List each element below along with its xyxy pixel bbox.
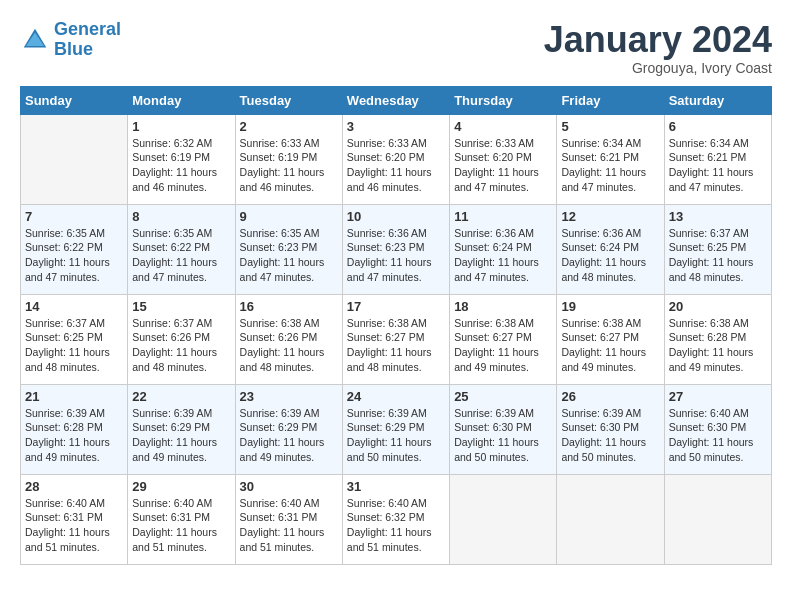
day-info: Sunrise: 6:39 AM Sunset: 6:29 PM Dayligh… (240, 406, 338, 465)
day-number: 5 (561, 119, 659, 134)
day-info: Sunrise: 6:34 AM Sunset: 6:21 PM Dayligh… (561, 136, 659, 195)
calendar-cell: 4Sunrise: 6:33 AM Sunset: 6:20 PM Daylig… (450, 114, 557, 204)
month-title: January 2024 (544, 20, 772, 60)
calendar-cell: 18Sunrise: 6:38 AM Sunset: 6:27 PM Dayli… (450, 294, 557, 384)
day-info: Sunrise: 6:37 AM Sunset: 6:25 PM Dayligh… (25, 316, 123, 375)
page-header: General Blue January 2024 Grogouya, Ivor… (20, 20, 772, 76)
calendar-cell: 24Sunrise: 6:39 AM Sunset: 6:29 PM Dayli… (342, 384, 449, 474)
calendar-cell: 19Sunrise: 6:38 AM Sunset: 6:27 PM Dayli… (557, 294, 664, 384)
calendar-cell: 20Sunrise: 6:38 AM Sunset: 6:28 PM Dayli… (664, 294, 771, 384)
day-info: Sunrise: 6:35 AM Sunset: 6:23 PM Dayligh… (240, 226, 338, 285)
day-info: Sunrise: 6:38 AM Sunset: 6:26 PM Dayligh… (240, 316, 338, 375)
day-info: Sunrise: 6:38 AM Sunset: 6:27 PM Dayligh… (561, 316, 659, 375)
calendar-cell: 30Sunrise: 6:40 AM Sunset: 6:31 PM Dayli… (235, 474, 342, 564)
day-number: 16 (240, 299, 338, 314)
calendar-week-row: 28Sunrise: 6:40 AM Sunset: 6:31 PM Dayli… (21, 474, 772, 564)
calendar-cell: 16Sunrise: 6:38 AM Sunset: 6:26 PM Dayli… (235, 294, 342, 384)
calendar-cell: 28Sunrise: 6:40 AM Sunset: 6:31 PM Dayli… (21, 474, 128, 564)
weekday-header: Sunday (21, 86, 128, 114)
calendar-cell: 17Sunrise: 6:38 AM Sunset: 6:27 PM Dayli… (342, 294, 449, 384)
logo: General Blue (20, 20, 121, 60)
day-info: Sunrise: 6:39 AM Sunset: 6:30 PM Dayligh… (454, 406, 552, 465)
day-info: Sunrise: 6:40 AM Sunset: 6:31 PM Dayligh… (240, 496, 338, 555)
day-info: Sunrise: 6:39 AM Sunset: 6:28 PM Dayligh… (25, 406, 123, 465)
day-number: 14 (25, 299, 123, 314)
day-info: Sunrise: 6:40 AM Sunset: 6:32 PM Dayligh… (347, 496, 445, 555)
weekday-header: Thursday (450, 86, 557, 114)
day-number: 21 (25, 389, 123, 404)
day-number: 20 (669, 299, 767, 314)
day-info: Sunrise: 6:38 AM Sunset: 6:28 PM Dayligh… (669, 316, 767, 375)
day-number: 28 (25, 479, 123, 494)
calendar-cell: 31Sunrise: 6:40 AM Sunset: 6:32 PM Dayli… (342, 474, 449, 564)
day-info: Sunrise: 6:33 AM Sunset: 6:20 PM Dayligh… (454, 136, 552, 195)
calendar-cell: 15Sunrise: 6:37 AM Sunset: 6:26 PM Dayli… (128, 294, 235, 384)
day-info: Sunrise: 6:39 AM Sunset: 6:30 PM Dayligh… (561, 406, 659, 465)
day-number: 30 (240, 479, 338, 494)
calendar-cell: 25Sunrise: 6:39 AM Sunset: 6:30 PM Dayli… (450, 384, 557, 474)
calendar-cell: 8Sunrise: 6:35 AM Sunset: 6:22 PM Daylig… (128, 204, 235, 294)
calendar-cell: 12Sunrise: 6:36 AM Sunset: 6:24 PM Dayli… (557, 204, 664, 294)
calendar-cell: 10Sunrise: 6:36 AM Sunset: 6:23 PM Dayli… (342, 204, 449, 294)
day-number: 3 (347, 119, 445, 134)
calendar-cell: 29Sunrise: 6:40 AM Sunset: 6:31 PM Dayli… (128, 474, 235, 564)
day-info: Sunrise: 6:36 AM Sunset: 6:23 PM Dayligh… (347, 226, 445, 285)
calendar-cell: 26Sunrise: 6:39 AM Sunset: 6:30 PM Dayli… (557, 384, 664, 474)
calendar-week-row: 21Sunrise: 6:39 AM Sunset: 6:28 PM Dayli… (21, 384, 772, 474)
logo-blue: Blue (54, 39, 93, 59)
day-info: Sunrise: 6:39 AM Sunset: 6:29 PM Dayligh… (132, 406, 230, 465)
day-number: 29 (132, 479, 230, 494)
calendar-week-row: 7Sunrise: 6:35 AM Sunset: 6:22 PM Daylig… (21, 204, 772, 294)
calendar-cell: 23Sunrise: 6:39 AM Sunset: 6:29 PM Dayli… (235, 384, 342, 474)
day-number: 9 (240, 209, 338, 224)
day-info: Sunrise: 6:37 AM Sunset: 6:25 PM Dayligh… (669, 226, 767, 285)
day-number: 26 (561, 389, 659, 404)
day-number: 4 (454, 119, 552, 134)
logo-general: General (54, 19, 121, 39)
day-number: 31 (347, 479, 445, 494)
day-number: 15 (132, 299, 230, 314)
day-number: 22 (132, 389, 230, 404)
day-info: Sunrise: 6:35 AM Sunset: 6:22 PM Dayligh… (25, 226, 123, 285)
day-number: 7 (25, 209, 123, 224)
day-info: Sunrise: 6:36 AM Sunset: 6:24 PM Dayligh… (561, 226, 659, 285)
calendar-week-row: 14Sunrise: 6:37 AM Sunset: 6:25 PM Dayli… (21, 294, 772, 384)
day-info: Sunrise: 6:32 AM Sunset: 6:19 PM Dayligh… (132, 136, 230, 195)
day-number: 12 (561, 209, 659, 224)
calendar-cell: 11Sunrise: 6:36 AM Sunset: 6:24 PM Dayli… (450, 204, 557, 294)
day-info: Sunrise: 6:37 AM Sunset: 6:26 PM Dayligh… (132, 316, 230, 375)
day-info: Sunrise: 6:36 AM Sunset: 6:24 PM Dayligh… (454, 226, 552, 285)
calendar-cell: 14Sunrise: 6:37 AM Sunset: 6:25 PM Dayli… (21, 294, 128, 384)
logo-text: General Blue (54, 20, 121, 60)
day-info: Sunrise: 6:33 AM Sunset: 6:20 PM Dayligh… (347, 136, 445, 195)
day-number: 1 (132, 119, 230, 134)
day-number: 6 (669, 119, 767, 134)
day-info: Sunrise: 6:40 AM Sunset: 6:31 PM Dayligh… (132, 496, 230, 555)
day-info: Sunrise: 6:38 AM Sunset: 6:27 PM Dayligh… (347, 316, 445, 375)
day-number: 8 (132, 209, 230, 224)
calendar-cell: 2Sunrise: 6:33 AM Sunset: 6:19 PM Daylig… (235, 114, 342, 204)
header-row: SundayMondayTuesdayWednesdayThursdayFrid… (21, 86, 772, 114)
calendar-cell (664, 474, 771, 564)
calendar-cell: 9Sunrise: 6:35 AM Sunset: 6:23 PM Daylig… (235, 204, 342, 294)
calendar-week-row: 1Sunrise: 6:32 AM Sunset: 6:19 PM Daylig… (21, 114, 772, 204)
day-info: Sunrise: 6:40 AM Sunset: 6:30 PM Dayligh… (669, 406, 767, 465)
day-info: Sunrise: 6:40 AM Sunset: 6:31 PM Dayligh… (25, 496, 123, 555)
day-number: 25 (454, 389, 552, 404)
day-number: 11 (454, 209, 552, 224)
calendar-cell: 3Sunrise: 6:33 AM Sunset: 6:20 PM Daylig… (342, 114, 449, 204)
weekday-header: Friday (557, 86, 664, 114)
day-info: Sunrise: 6:39 AM Sunset: 6:29 PM Dayligh… (347, 406, 445, 465)
calendar-table: SundayMondayTuesdayWednesdayThursdayFrid… (20, 86, 772, 565)
day-number: 27 (669, 389, 767, 404)
title-area: January 2024 Grogouya, Ivory Coast (544, 20, 772, 76)
location-subtitle: Grogouya, Ivory Coast (544, 60, 772, 76)
weekday-header: Tuesday (235, 86, 342, 114)
calendar-cell: 22Sunrise: 6:39 AM Sunset: 6:29 PM Dayli… (128, 384, 235, 474)
calendar-cell (450, 474, 557, 564)
weekday-header: Saturday (664, 86, 771, 114)
calendar-cell: 1Sunrise: 6:32 AM Sunset: 6:19 PM Daylig… (128, 114, 235, 204)
calendar-cell (557, 474, 664, 564)
weekday-header: Monday (128, 86, 235, 114)
day-info: Sunrise: 6:38 AM Sunset: 6:27 PM Dayligh… (454, 316, 552, 375)
